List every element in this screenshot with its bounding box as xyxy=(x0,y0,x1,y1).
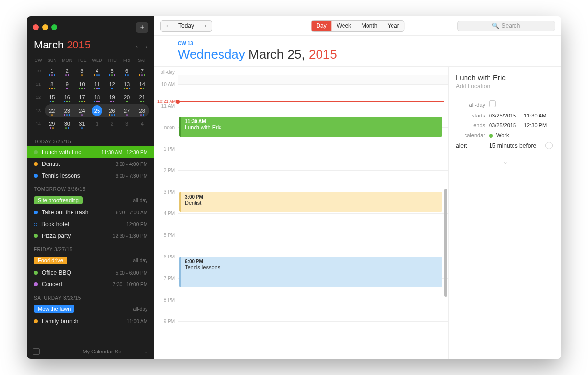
starts-row-label: starts xyxy=(456,113,485,118)
mini-cal-day[interactable]: 31 xyxy=(74,118,90,129)
expand-inspector-button[interactable]: ⌄ xyxy=(456,158,554,165)
today-button[interactable]: Today xyxy=(173,21,199,31)
mini-cal-row: 11891011121314 xyxy=(32,77,149,91)
close-window-button[interactable] xyxy=(33,24,39,30)
agenda-item[interactable]: Mow the lawnall-day xyxy=(27,303,154,315)
mini-cal-day[interactable]: 8 xyxy=(45,78,60,90)
event-location-field[interactable]: Add Location xyxy=(456,83,554,90)
agenda-item[interactable]: Lunch with Eric11:30 AM - 12:30 PM xyxy=(27,146,154,158)
mini-cal-day[interactable]: 10 xyxy=(74,78,90,90)
timeline-event[interactable]: 6:00 PMTennis lessons xyxy=(179,257,442,287)
mini-cal-day[interactable]: 2 xyxy=(104,118,120,129)
mini-cal-day[interactable]: 1 xyxy=(45,65,60,76)
mini-cal-day[interactable]: 4 xyxy=(134,118,149,129)
vertical-scrollbar[interactable] xyxy=(444,67,447,359)
agenda-item[interactable]: Site proofreadingall-day xyxy=(27,194,154,207)
mini-cal-day[interactable]: 22 xyxy=(45,105,60,116)
agenda-item-title: Family brunch xyxy=(42,318,124,325)
calendar-name: Work xyxy=(496,132,509,138)
mini-cal-day[interactable]: 2 xyxy=(60,65,75,76)
sidebar-year: 2015 xyxy=(67,39,91,51)
event-time: 3:00 PM xyxy=(185,194,439,200)
mini-cal-day[interactable]: 12 xyxy=(104,78,120,90)
next-month-button[interactable]: › xyxy=(146,43,147,50)
mini-cal-day[interactable]: 9 xyxy=(60,78,75,90)
timeline-event[interactable]: 3:00 PMDentist xyxy=(179,192,442,212)
mini-cal-day[interactable]: 6 xyxy=(120,65,135,76)
agenda-list[interactable]: TODAY 3/25/15Lunch with Eric11:30 AM - 1… xyxy=(27,134,154,344)
mini-cal-day[interactable]: 5 xyxy=(104,65,120,76)
mini-cal-day[interactable]: 25 xyxy=(90,105,105,116)
ends-time[interactable]: 12:30 PM xyxy=(524,122,554,128)
calendar-set-label[interactable]: My Calendar Set xyxy=(82,349,122,354)
mini-cal-day[interactable]: 14 xyxy=(134,78,149,90)
event-title[interactable]: Lunch with Eric xyxy=(456,73,554,82)
alert-value[interactable]: 15 minutes before xyxy=(489,142,541,149)
agenda-item-time: 6:00 - 7:30 PM xyxy=(115,173,147,179)
mini-cal-day[interactable]: 20 xyxy=(120,92,135,103)
mini-cal-day[interactable]: 16 xyxy=(60,92,75,103)
sidebar-month: March xyxy=(34,39,64,51)
mini-cal-day[interactable]: 13 xyxy=(120,78,135,90)
mini-cal-day[interactable]: 19 xyxy=(104,92,120,103)
timeline[interactable]: all-day 10 AM11 AMnoon1 PM2 PM3 PM4 PM5 … xyxy=(154,67,448,359)
agenda-item[interactable]: Tennis lessons6:00 - 7:30 PM xyxy=(27,170,154,182)
agenda-item-bullet xyxy=(34,150,38,154)
mini-cal-day[interactable]: 15 xyxy=(45,92,60,103)
set-chevron-icon[interactable]: ⌄ xyxy=(144,349,148,355)
view-week-button[interactable]: Week xyxy=(332,21,356,31)
minimize-window-button[interactable] xyxy=(42,24,48,30)
calendar-picker[interactable]: Work xyxy=(489,132,520,138)
mini-cal-day[interactable]: 23 xyxy=(60,105,75,116)
scroll-thumb[interactable] xyxy=(444,189,447,297)
mini-cal-day[interactable]: 18 xyxy=(90,92,105,103)
mini-cal-day[interactable]: 21 xyxy=(134,92,149,103)
mini-cal-day[interactable]: 3 xyxy=(120,118,135,129)
mini-cal-day[interactable]: 30 xyxy=(60,118,75,129)
mini-cal-dayheader: THU xyxy=(104,56,120,64)
mini-cal-day[interactable]: 4 xyxy=(90,65,105,76)
allday-label: all-day xyxy=(154,67,178,75)
zoom-window-button[interactable] xyxy=(51,24,57,30)
agenda-item[interactable]: Family brunch11:00 AM xyxy=(27,315,154,327)
edit-sets-icon[interactable] xyxy=(33,348,40,355)
ends-date[interactable]: 03/25/2015 xyxy=(489,122,520,128)
hour-grid[interactable]: 11:30 AMLunch with Eric3:00 PMDentist6:0… xyxy=(178,79,448,359)
add-alert-button[interactable]: + xyxy=(545,142,553,149)
mini-cal-day[interactable]: 26 xyxy=(104,105,120,116)
mini-cal-day[interactable]: 3 xyxy=(74,65,90,76)
agenda-item[interactable]: Office BBQ5:00 - 6:00 PM xyxy=(27,267,154,279)
starts-date[interactable]: 03/25/2015 xyxy=(489,113,520,118)
agenda-item[interactable]: Concert7:30 - 10:00 PM xyxy=(27,279,154,290)
mini-cal-day[interactable]: 17 xyxy=(74,92,90,103)
mini-cal-day[interactable]: 28 xyxy=(134,105,149,116)
hour-label: 5 PM xyxy=(154,233,175,238)
mini-cal-day[interactable]: 7 xyxy=(134,65,149,76)
mini-cal-day[interactable]: 24 xyxy=(74,105,90,116)
agenda-item[interactable]: Dentist3:00 - 4:00 PM xyxy=(27,158,154,170)
agenda-item[interactable]: Take out the trash6:30 - 7:00 AM xyxy=(27,207,154,218)
agenda-item-time: all-day xyxy=(133,306,147,312)
starts-time[interactable]: 11:30 AM xyxy=(524,113,554,118)
mini-cal-day[interactable]: 29 xyxy=(45,118,60,129)
add-event-button[interactable]: ＋ xyxy=(136,22,148,33)
prev-month-button[interactable]: ‹ xyxy=(136,43,138,50)
allday-checkbox[interactable] xyxy=(489,100,496,107)
search-field[interactable]: 🔍 Search xyxy=(457,21,555,31)
mini-cal-day[interactable]: 1 xyxy=(90,118,105,129)
view-year-button[interactable]: Year xyxy=(382,21,404,31)
mini-cal-day[interactable]: 11 xyxy=(90,78,105,90)
view-day-button[interactable]: Day xyxy=(311,21,331,31)
timeline-event[interactable]: 11:30 AMLunch with Eric xyxy=(179,117,442,137)
agenda-item[interactable]: Book hotel12:00 PM xyxy=(27,218,154,230)
mini-calendar-header: CWSUNMONTUEWEDTHUFRISAT xyxy=(32,56,149,64)
prev-day-button[interactable]: ‹ xyxy=(161,21,173,31)
agenda-item[interactable]: Food driveall-day xyxy=(27,254,154,267)
next-day-button[interactable]: › xyxy=(199,21,212,31)
agenda-item-title: Office BBQ xyxy=(42,269,112,276)
agenda-item[interactable]: Pizza party12:30 - 1:30 PM xyxy=(27,230,154,242)
mini-cal-day[interactable]: 27 xyxy=(120,105,135,116)
agenda-item-bullet xyxy=(34,211,38,214)
agenda-item-title: Dentist xyxy=(42,161,112,167)
view-month-button[interactable]: Month xyxy=(356,21,382,31)
